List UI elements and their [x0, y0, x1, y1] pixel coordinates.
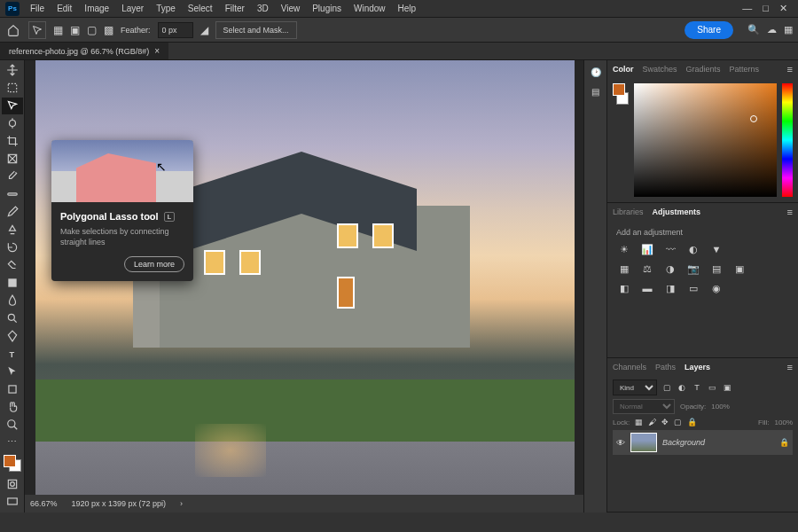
- exposure-icon[interactable]: ◐: [685, 242, 701, 256]
- foreground-color-swatch[interactable]: [4, 455, 16, 467]
- tab-patterns[interactable]: Patterns: [730, 65, 760, 74]
- canvas-area[interactable]: ↖ Polygonal Lasso tool L Make selections…: [25, 60, 583, 512]
- home-icon[interactable]: [5, 22, 21, 38]
- pen-tool[interactable]: [2, 327, 23, 344]
- properties-panel-icon[interactable]: ▤: [588, 83, 604, 99]
- menu-image[interactable]: Image: [79, 2, 114, 15]
- tab-gradients[interactable]: Gradients: [686, 65, 721, 74]
- anti-alias-icon[interactable]: ◢: [200, 24, 208, 36]
- hand-tool[interactable]: [2, 398, 23, 415]
- color-swatches[interactable]: [4, 455, 21, 472]
- filter-adjustment-icon[interactable]: ◐: [676, 381, 688, 394]
- menu-edit[interactable]: Edit: [51, 2, 77, 15]
- screen-mode-icon[interactable]: [2, 494, 23, 511]
- workspace-icon[interactable]: ▦: [784, 24, 793, 35]
- tab-paths[interactable]: Paths: [655, 363, 676, 372]
- selection-add-icon[interactable]: ▣: [70, 24, 80, 36]
- select-and-mask-button[interactable]: Select and Mask...: [215, 21, 297, 39]
- blend-mode-select[interactable]: Normal: [613, 399, 675, 414]
- close-tab-icon[interactable]: ×: [154, 46, 160, 56]
- selection-subtract-icon[interactable]: ▢: [87, 24, 97, 36]
- panel-menu-icon[interactable]: ≡: [787, 64, 793, 74]
- cloud-icon[interactable]: ☁: [767, 24, 777, 35]
- opacity-value[interactable]: 100%: [711, 403, 729, 411]
- color-balance-icon[interactable]: ⚖: [639, 262, 655, 276]
- crop-tool[interactable]: [2, 133, 23, 150]
- layer-filter-kind[interactable]: Kind: [613, 379, 657, 395]
- tab-swatches[interactable]: Swatches: [643, 65, 677, 74]
- selection-intersect-icon[interactable]: ▩: [104, 24, 113, 36]
- path-selection-tool[interactable]: [2, 363, 23, 379]
- menu-file[interactable]: File: [25, 2, 50, 15]
- layer-lock-icon[interactable]: 🔒: [779, 438, 789, 447]
- layer-name[interactable]: Background: [662, 438, 705, 447]
- posterize-icon[interactable]: ▬: [639, 281, 655, 295]
- menu-layer[interactable]: Layer: [116, 2, 149, 15]
- gradient-tool[interactable]: [2, 274, 23, 291]
- share-button[interactable]: Share: [685, 21, 733, 39]
- lock-artboard-icon[interactable]: ▢: [674, 418, 682, 426]
- blur-tool[interactable]: [2, 292, 23, 309]
- color-lookup-icon[interactable]: ▣: [732, 262, 747, 276]
- photo-filter-icon[interactable]: 📷: [685, 262, 701, 276]
- hue-saturation-icon[interactable]: ▦: [616, 262, 632, 276]
- document-info[interactable]: 1920 px x 1399 px (72 ppi): [72, 499, 167, 508]
- move-tool[interactable]: [2, 62, 23, 79]
- menu-view[interactable]: View: [276, 2, 306, 15]
- document-tab[interactable]: reference-photo.jpg @ 66.7% (RGB/8#) ×: [0, 43, 168, 59]
- history-panel-icon[interactable]: 🕑: [588, 64, 604, 80]
- mini-swatches[interactable]: [613, 83, 629, 105]
- menu-window[interactable]: Window: [348, 2, 391, 15]
- dodge-tool[interactable]: [2, 309, 23, 326]
- menu-3d[interactable]: 3D: [252, 2, 274, 15]
- eraser-tool[interactable]: [2, 256, 23, 273]
- lock-position-icon[interactable]: ✥: [661, 418, 669, 426]
- filter-shape-icon[interactable]: ▭: [706, 381, 718, 394]
- search-icon[interactable]: 🔍: [747, 24, 760, 35]
- quick-selection-tool[interactable]: [2, 115, 23, 132]
- marquee-tool[interactable]: [2, 80, 23, 97]
- black-white-icon[interactable]: ◑: [662, 262, 678, 276]
- brightness-contrast-icon[interactable]: ☀: [616, 242, 632, 256]
- threshold-icon[interactable]: ◨: [662, 281, 678, 295]
- zoom-level[interactable]: 66.67%: [30, 499, 58, 508]
- invert-icon[interactable]: ◧: [616, 281, 632, 295]
- gradient-map-icon[interactable]: ▭: [685, 281, 701, 295]
- clone-stamp-tool[interactable]: [2, 222, 23, 239]
- lock-transparency-icon[interactable]: ▦: [635, 418, 643, 426]
- eyedropper-tool[interactable]: [2, 168, 23, 185]
- curves-icon[interactable]: 〰: [662, 242, 678, 256]
- close-button[interactable]: ✕: [779, 3, 787, 14]
- selection-new-icon[interactable]: ▦: [53, 24, 63, 36]
- maximize-button[interactable]: □: [763, 3, 769, 14]
- brush-tool[interactable]: [2, 204, 23, 221]
- tab-libraries[interactable]: Libraries: [613, 207, 644, 216]
- filter-smart-icon[interactable]: ▣: [721, 381, 733, 394]
- quick-mask-icon[interactable]: [2, 476, 23, 493]
- panel-menu-icon[interactable]: ≡: [787, 362, 793, 372]
- menu-type[interactable]: Type: [151, 2, 181, 15]
- edit-toolbar-icon[interactable]: ⋯: [2, 434, 23, 450]
- lock-all-icon[interactable]: 🔒: [687, 418, 697, 426]
- type-tool[interactable]: T: [2, 345, 23, 362]
- filter-pixel-icon[interactable]: ▢: [661, 381, 673, 394]
- frame-tool[interactable]: [2, 151, 23, 168]
- fill-value[interactable]: 100%: [775, 419, 793, 426]
- lasso-tool[interactable]: [2, 98, 23, 114]
- minimize-button[interactable]: —: [742, 3, 752, 14]
- learn-more-button[interactable]: Learn more: [124, 256, 184, 272]
- channel-mixer-icon[interactable]: ▤: [708, 262, 724, 276]
- hue-slider[interactable]: [782, 83, 793, 197]
- tab-channels[interactable]: Channels: [613, 363, 646, 372]
- lock-pixels-icon[interactable]: 🖌: [648, 418, 656, 426]
- history-brush-tool[interactable]: [2, 239, 23, 256]
- selective-color-icon[interactable]: ◉: [708, 281, 724, 295]
- tab-adjustments[interactable]: Adjustments: [653, 207, 701, 216]
- rectangle-tool[interactable]: [2, 380, 23, 397]
- levels-icon[interactable]: 📊: [639, 242, 655, 256]
- menu-help[interactable]: Help: [393, 2, 422, 15]
- menu-select[interactable]: Select: [183, 2, 218, 15]
- feather-input[interactable]: [158, 22, 193, 38]
- tab-color[interactable]: Color: [613, 65, 634, 74]
- current-tool-icon[interactable]: [28, 21, 46, 39]
